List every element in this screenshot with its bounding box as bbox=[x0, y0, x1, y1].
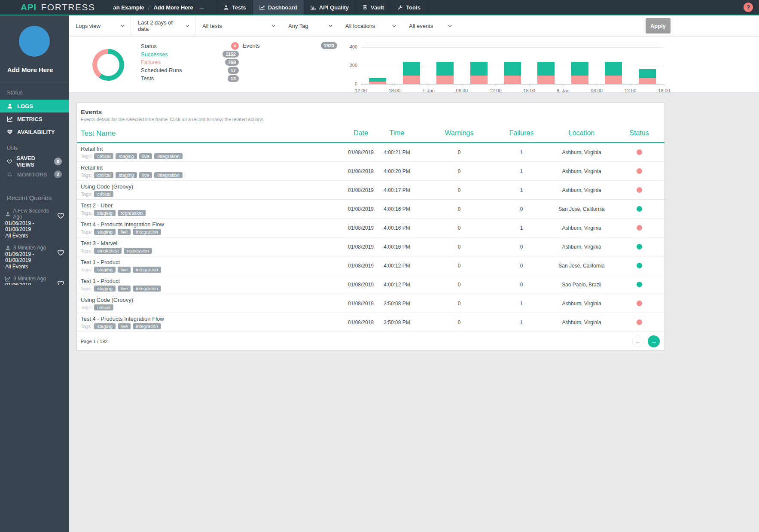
table-row-test-3-marvel[interactable]: Test 3 - MarvelTags:smoketestregression0… bbox=[77, 237, 665, 256]
brand-api: API bbox=[21, 2, 37, 12]
sidebar-item-label: MONITORS bbox=[17, 171, 47, 178]
time-cell: 4:00:21 PM bbox=[378, 149, 416, 155]
query-date-range: 01/06/2019 - 01/08/2019 bbox=[5, 251, 57, 263]
sidebar-item-logs[interactable]: LOGS bbox=[0, 100, 69, 112]
tag-list: Tags:stagingliveintegration bbox=[81, 267, 344, 273]
status-cell bbox=[622, 319, 656, 325]
tag-regression: regression bbox=[124, 248, 152, 254]
favorite-heart-icon[interactable] bbox=[57, 249, 64, 256]
table-row-test-1-product[interactable]: Test 1 - ProductTags:stagingliveintegrat… bbox=[77, 256, 665, 275]
tag-integration: integration bbox=[154, 172, 182, 178]
location-cell: San Josè, California bbox=[541, 206, 622, 212]
column-header-date[interactable]: Date bbox=[344, 129, 378, 138]
time-cell: 4:00:20 PM bbox=[378, 168, 416, 174]
filter-dropdown-logs-view[interactable]: Logs view bbox=[69, 15, 131, 36]
warnings-cell: 0 bbox=[416, 225, 502, 231]
tab-api-quality[interactable]: API Quality bbox=[304, 0, 356, 15]
table-row-test-4-products-integration-flow[interactable]: Test 4 - Products Integration FlowTags:s… bbox=[77, 219, 665, 237]
filter-dropdown-all-tests[interactable]: All tests bbox=[195, 15, 281, 36]
tag-critical: critical bbox=[94, 304, 113, 310]
bar-success-segment bbox=[639, 69, 656, 79]
table-row-test-1-product[interactable]: Test 1 - ProductTags:stagingliveintegrat… bbox=[77, 275, 665, 294]
bar-06:00-3[interactable] bbox=[470, 62, 488, 84]
tab-tests[interactable]: Tests bbox=[217, 0, 253, 15]
column-header-location[interactable]: Location bbox=[541, 129, 622, 138]
help-icon[interactable]: ? bbox=[744, 3, 753, 12]
chart-line-icon bbox=[5, 276, 11, 282]
column-header-warnings[interactable]: Warnings bbox=[416, 129, 502, 138]
tab-vault[interactable]: Vault bbox=[356, 0, 391, 15]
tab-tools[interactable]: Tools bbox=[391, 0, 427, 15]
user-account-icon[interactable] bbox=[717, 3, 725, 12]
column-header-time[interactable]: Time bbox=[378, 129, 416, 138]
stat-label[interactable]: Tests bbox=[141, 75, 154, 82]
project-avatar bbox=[19, 26, 50, 57]
gear-icon[interactable] bbox=[730, 3, 739, 12]
bar-06:00-7[interactable] bbox=[605, 62, 622, 84]
bar-chart-icon bbox=[311, 5, 316, 10]
filter-dropdown-all-locations[interactable]: All locations bbox=[338, 15, 402, 36]
failures-cell: 1 bbox=[502, 301, 541, 307]
recent-query[interactable]: A Few Seconds Ago01/06/2019 - 01/08/2019… bbox=[0, 205, 69, 242]
table-row-test-2-uber[interactable]: Test 2 - UberTags:stagingregression01/08… bbox=[77, 200, 665, 219]
column-header-status[interactable]: Status bbox=[622, 129, 656, 138]
filter-value: All locations bbox=[345, 23, 375, 29]
sidebar-project-block: Add More Here bbox=[0, 15, 69, 83]
bar-12:00-8[interactable] bbox=[639, 69, 656, 84]
tab-dashboard[interactable]: Dashboard bbox=[253, 0, 304, 15]
bar-18:00-5[interactable] bbox=[537, 62, 555, 84]
project-switcher[interactable]: Add More Here bbox=[7, 66, 62, 73]
stat-row-failures: Failures768 bbox=[141, 58, 239, 67]
column-header-test-name[interactable]: Test Name bbox=[77, 129, 344, 138]
table-row-retail-int[interactable]: Retail IntTags:criticalstagingliveintegr… bbox=[77, 162, 665, 181]
bar-7. Jan-2[interactable] bbox=[436, 62, 454, 84]
bar-12:00-0[interactable] bbox=[369, 78, 386, 84]
sidebar-item-label: METRICS bbox=[17, 116, 43, 122]
test-name-cell: Using Code (Groovy)Tags:critical bbox=[77, 183, 344, 197]
column-header-failures[interactable]: Failures bbox=[502, 129, 541, 138]
sidebar-item-availability[interactable]: AVAILABILITY bbox=[0, 125, 69, 138]
table-row-using-code-groovy[interactable]: Using Code (Groovy)Tags:critical01/08/20… bbox=[77, 294, 665, 313]
status-dot-pass bbox=[637, 206, 642, 212]
bar-failure-segment bbox=[369, 82, 386, 84]
filter-dropdown-all-events[interactable]: All events bbox=[402, 15, 458, 36]
bar-12:00-4[interactable] bbox=[504, 62, 521, 84]
tag-live: live bbox=[118, 229, 131, 235]
recent-query[interactable]: 8 Minutes Ago01/06/2019 - 01/08/2019All … bbox=[0, 242, 69, 273]
filter-value: Any Tag bbox=[288, 23, 308, 29]
next-page-button[interactable]: → bbox=[648, 335, 660, 347]
status-dot-pass bbox=[637, 282, 642, 287]
table-row-using-code-groovy[interactable]: Using Code (Groovy)Tags:critical01/08/20… bbox=[77, 181, 665, 200]
breadcrumb-arrow-icon[interactable]: → bbox=[198, 3, 205, 11]
status-dot-fail bbox=[637, 168, 642, 174]
sidebar-section-status: Status bbox=[0, 83, 69, 100]
favorite-heart-icon[interactable] bbox=[57, 212, 64, 219]
table-row-test-4-products-integration-flow[interactable]: Test 4 - Products Integration FlowTags:s… bbox=[77, 313, 665, 332]
filter-dropdown-last-2-days-of-data[interactable]: Last 2 days of data bbox=[131, 15, 195, 36]
filter-dropdown-any-tag[interactable]: Any Tag bbox=[281, 15, 338, 36]
favorite-heart-icon[interactable] bbox=[57, 280, 64, 285]
test-name: Test 1 - Product bbox=[81, 259, 344, 265]
test-name: Test 1 - Product bbox=[81, 278, 344, 284]
table-row-retail-int[interactable]: Retail IntTags:criticalstagingliveintegr… bbox=[77, 143, 665, 162]
chevron-down-thin-icon bbox=[271, 24, 276, 28]
bar-failure-segment bbox=[537, 76, 555, 84]
tags-label: Tags: bbox=[81, 248, 92, 253]
bar-8. Jan-6[interactable] bbox=[571, 62, 588, 84]
location-cell: Sao Paolo, Brazil bbox=[541, 282, 622, 288]
brand-logo: APIFORTRESS bbox=[0, 0, 95, 15]
sidebar-item-monitors[interactable]: MONITORS2 bbox=[0, 168, 69, 181]
bar-18:00-1[interactable] bbox=[403, 62, 420, 84]
stat-badge: 768 bbox=[225, 59, 239, 66]
sidebar-item-metrics[interactable]: METRICS bbox=[0, 112, 69, 125]
sidebar-section-utils: Utils bbox=[0, 138, 69, 155]
tags-label: Tags: bbox=[81, 229, 92, 234]
previous-page-button[interactable]: ← bbox=[632, 335, 644, 347]
breadcrumb-page[interactable]: Add More Here bbox=[153, 4, 193, 11]
bar-success-segment bbox=[369, 78, 386, 82]
apply-button[interactable]: Apply bbox=[646, 18, 671, 33]
recent-query[interactable]: 9 Minutes Ago01/06/2019 - 01/08/2019All … bbox=[0, 273, 69, 285]
heart-icon bbox=[7, 158, 12, 164]
breadcrumb-project[interactable]: an Example bbox=[113, 4, 144, 11]
sidebar-item-saved-views[interactable]: SAVED VIEWS0 bbox=[0, 155, 69, 168]
